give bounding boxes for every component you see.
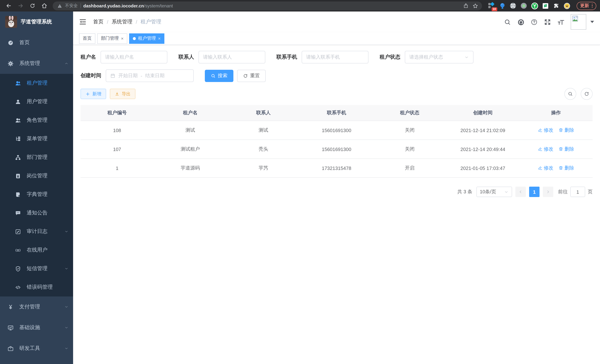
show-search-toggle-button[interactable] [564,88,576,100]
cell-status: 关闭 [373,121,446,140]
msg-icon [15,210,21,216]
edit-link[interactable]: 修改 [538,146,553,152]
refresh-table-button[interactable] [581,88,593,100]
delete-link[interactable]: 删除 [559,127,574,134]
sidebar-item-16[interactable]: 研发工具 [0,338,73,359]
close-icon[interactable]: × [158,36,161,41]
export-button[interactable]: 导出 [110,89,135,99]
column-header-1: 租户名 [154,105,227,121]
url-divider [80,3,81,8]
sidebar-toggle-icon[interactable] [79,18,86,26]
sidebar-item-label: 岗位管理 [27,173,47,179]
edit-link[interactable]: 修改 [538,127,553,134]
close-icon[interactable]: × [121,36,123,41]
page-size-select[interactable]: 10条/页 [477,187,512,197]
logo-image [5,16,17,28]
extension-adblock-icon[interactable]: 10 [488,2,495,9]
edit-link[interactable]: 修改 [538,165,553,171]
navbar: 首页/系统管理/租户管理/ [73,11,600,32]
sidebar-item-13[interactable]: 错误码管理 [0,278,73,297]
cell-created: 2021-12-14 21:02:09 [446,121,519,140]
tab-tag-2[interactable]: 租户管理× [129,33,164,44]
cell-contact: 测试 [227,121,300,140]
github-icon[interactable] [517,18,524,25]
contact-input[interactable]: 请输入联系人 [198,51,265,64]
sidebar-item-10[interactable]: 审计日志 [0,222,73,241]
delete-link[interactable]: 删除 [559,165,574,171]
extensions-puzzle-icon[interactable] [552,2,560,9]
column-header-0: 租户编号 [81,105,154,121]
sidebar-item-14[interactable]: 支付管理 [0,297,73,317]
tab-tag-1[interactable]: 部门管理× [97,33,127,44]
sidebar-menu: 首页系统管理租户管理用户管理角色管理菜单管理部门管理岗位管理字典管理通知公告审计… [0,32,73,359]
share-icon[interactable] [463,3,469,9]
fullscreen-icon[interactable] [544,18,551,25]
cell-status: 开启 [373,159,446,177]
home-icon[interactable] [39,1,49,10]
forward-icon[interactable] [16,1,25,10]
reload-icon[interactable] [28,1,37,10]
breadcrumb-item-1[interactable]: 系统管理/ [112,19,137,25]
code-icon [15,284,21,290]
caret-down-icon[interactable] [590,21,594,23]
sidebar-item-9[interactable]: 通知公告 [0,204,73,222]
font-size-icon[interactable] [557,18,564,25]
refresh-icon [584,91,589,96]
sidebar-item-7[interactable]: 岗位管理 [0,167,73,185]
star-icon[interactable] [472,3,478,9]
extension-record-icon[interactable] [520,2,527,9]
back-icon[interactable] [4,1,13,10]
tags-view: 首页部门管理×租户管理× [73,32,600,45]
page-unit-label: 页 [588,188,593,195]
sidebar-item-label: 字典管理 [27,191,47,198]
table-header-row: 租户编号租户名联系人联系手机租户状态创建时间操作 [81,105,593,121]
sidebar-item-4[interactable]: 角色管理 [0,111,73,130]
status-select[interactable]: 请选择租户状态 [405,51,473,64]
next-page-button[interactable] [543,187,553,197]
sidebar-logo[interactable]: 芋道管理系统 [0,11,73,32]
sidebar-item-6[interactable]: 部门管理 [0,148,73,167]
reset-button[interactable]: 重置 [237,70,266,82]
delete-link[interactable]: 删除 [559,146,574,152]
help-icon[interactable] [531,18,538,25]
phone-input[interactable]: 请输入联系手机 [302,51,368,64]
page-number-button[interactable]: 1 [529,187,540,197]
sidebar-item-0[interactable]: 首页 [0,32,73,53]
avatar[interactable] [571,14,586,30]
sidebar-item-2[interactable]: 租户管理 [0,74,73,92]
profile-avatar-icon[interactable] [563,2,571,9]
sidebar-item-3[interactable]: 用户管理 [0,92,73,111]
chevron-down-icon [504,189,509,194]
goto-page-input[interactable]: 1 [570,187,585,197]
search-button[interactable]: 搜索 [205,70,233,82]
security-label[interactable]: 不安全 [65,3,78,9]
prev-page-button[interactable] [516,187,526,197]
goto-label: 前往 [558,188,568,195]
extension-command-icon[interactable] [509,2,517,9]
more-kebab-icon[interactable] [592,4,593,8]
header-search-icon[interactable] [504,18,511,25]
extension-chat-icon[interactable] [542,2,549,9]
breadcrumb-item-0[interactable]: 首页/ [93,19,108,25]
chevron-down-icon [64,346,69,351]
org-icon [15,154,21,160]
sidebar-item-12[interactable]: 短信管理 [0,259,73,278]
pagination: 共 3 条 10条/页 1 前往 1 页 [81,187,593,197]
sidebar-item-1[interactable]: 系统管理 [0,53,73,74]
date-range-input[interactable]: 开始日期 - 结束日期 [106,69,194,82]
sidebar-item-15[interactable]: 基础设施 [0,317,73,338]
url-bar[interactable]: 不安全 dashboard.yudao.iocoder.cn/system/te… [53,1,482,10]
chrome-update-button[interactable]: 更新 [576,2,596,10]
sidebar-item-11[interactable]: 在线用户 [0,241,73,259]
sidebar-item-8[interactable]: 字典管理 [0,185,73,204]
extension-balloon-icon[interactable] [498,2,506,9]
extension-y-icon[interactable] [531,2,538,9]
add-button[interactable]: 新增 [81,89,106,99]
cell-actions: 修改删除 [519,121,593,140]
table-toolbar: 新增 导出 [81,88,593,100]
tenant-table: 租户编号租户名联系人联系手机租户状态创建时间操作 108测试测试15601691… [81,105,593,178]
sidebar-item-5[interactable]: 菜单管理 [0,130,73,148]
tenant-name-input[interactable]: 请输入租户名 [101,51,167,64]
tab-tag-0[interactable]: 首页 [79,33,95,44]
total-count: 共 3 条 [457,188,472,195]
